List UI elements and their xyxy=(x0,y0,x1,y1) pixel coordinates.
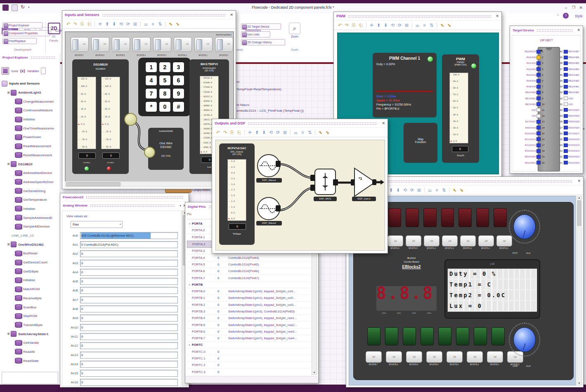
portb-switch-button[interactable]: Off xyxy=(447,351,463,363)
pin-pad-left[interactable] xyxy=(536,73,541,77)
pin-pad-right[interactable] xyxy=(564,149,568,153)
tree-item[interactable]: ⊞ GetDeviceCount xyxy=(2,258,59,267)
close-icon[interactable]: ✕ xyxy=(382,121,385,125)
switch-handle[interactable] xyxy=(73,39,78,50)
tree-item[interactable]: ⊞ AddressNextDevice xyxy=(2,169,59,178)
keypad-key[interactable]: 3 xyxy=(172,62,184,73)
pin-pad-right[interactable] xyxy=(564,161,568,164)
variables-tab-label[interactable]: Variables xyxy=(27,70,39,73)
portb-switch-button[interactable]: Off xyxy=(487,351,503,363)
analog-value-field[interactable]: 0 xyxy=(80,352,178,359)
toolbar-icon[interactable]: ↶ xyxy=(66,21,71,27)
pin-pad-right[interactable] xyxy=(564,114,568,118)
toolbar-icon[interactable]: ≡ xyxy=(150,21,156,27)
pin-pad-left[interactable] xyxy=(536,131,541,135)
analog-value-field[interactable]: 0 xyxy=(80,361,178,368)
toolbar-icon[interactable]: ⬊ xyxy=(459,187,464,193)
tree-item[interactable]: ⊞ ChangeMeasuremen xyxy=(2,97,59,106)
pin-pad-right[interactable] xyxy=(564,79,568,83)
tree-item[interactable]: ⊞ OneTimeMeasureme xyxy=(2,124,59,133)
toolbar-icon[interactable]: ⬉ xyxy=(440,22,445,28)
pwm-titlebar[interactable]: PWM ✕ xyxy=(334,12,501,20)
target-device-titlebar[interactable]: Target Device ✕ xyxy=(510,26,583,34)
tree-item[interactable]: ⊞ ReadState xyxy=(2,356,59,365)
keypad-key[interactable]: 9 xyxy=(172,88,184,99)
toolbar-icon[interactable]: ⟲ xyxy=(268,129,274,135)
toolbar-icon[interactable]: ⎗ xyxy=(87,21,92,27)
digital-pin-row[interactable]: PORTB.3 0 SwitchArraySlider1(pin3), Comb… xyxy=(187,308,311,315)
analog-value-field[interactable]: 0 xyxy=(80,315,178,322)
tree-item[interactable]: ⊞ PowerDown xyxy=(2,133,59,142)
keypad-key[interactable]: * xyxy=(145,101,157,112)
inputs-titlebar[interactable]: Inputs and Sensors ✕ xyxy=(62,11,236,19)
toggle-switch[interactable]: Off xyxy=(91,37,109,52)
toolbar-icon[interactable]: ⊞ xyxy=(132,21,138,27)
tree-item[interactable]: ⊞ ResetMeasurement xyxy=(2,151,59,160)
digital-pin-row[interactable]: PORTC.3 0 xyxy=(187,369,311,374)
close-button[interactable]: ✕ xyxy=(579,5,583,10)
explorer-extra-icon[interactable] xyxy=(41,68,46,74)
digital-pin-row[interactable]: PORTB.7 0 SwitchArraySlider1(pin7), keyp… xyxy=(187,335,311,342)
keypad-key[interactable]: 6 xyxy=(172,75,184,86)
pin-pad-left[interactable] xyxy=(536,96,541,100)
tree-item[interactable]: ⊞ LINK_LINE_13 xyxy=(2,231,59,240)
tree-item[interactable]: ⊞ SwitchArraySlider1 xyxy=(2,329,59,338)
view-mode-select[interactable]: Raw ▾ xyxy=(71,221,123,228)
toolbar-icon[interactable]: ⬉ xyxy=(168,21,173,27)
tree-item[interactable]: ⊞ ScanBus xyxy=(2,303,59,312)
toolbar-icon[interactable]: ⟲ xyxy=(118,21,124,27)
pin-pad-left[interactable] xyxy=(536,126,541,129)
portb-switch-button[interactable]: Off xyxy=(366,351,382,363)
switch-handle[interactable] xyxy=(217,39,223,50)
pot-knob[interactable] xyxy=(509,210,540,244)
gain-label[interactable]: DSP_Gain1 xyxy=(352,197,376,201)
keypad-key[interactable]: 2 xyxy=(159,62,171,73)
toolbar-icon[interactable] xyxy=(424,188,425,193)
pin-pad-right[interactable] xyxy=(564,155,568,159)
toolbar-icon[interactable]: ⟳ xyxy=(409,187,415,193)
toolbar-icon[interactable]: ⬆ xyxy=(376,22,381,28)
toggle-switch[interactable]: Off xyxy=(215,37,233,52)
tree-item[interactable]: ⊞ GetTemperature xyxy=(2,195,59,204)
pin-pad-right[interactable] xyxy=(564,131,568,135)
keypad-key[interactable]: 8 xyxy=(159,88,171,99)
toolbar-icon[interactable]: ✛ xyxy=(97,21,103,27)
quickbar-more-icon[interactable]: ▾ xyxy=(28,6,30,9)
switch-handle[interactable] xyxy=(135,39,140,50)
toggle-switch[interactable]: Off xyxy=(112,37,130,52)
digital-pin-row[interactable]: PORTB.1 0 SwitchArraySlider1(pin1), keyp… xyxy=(187,295,311,301)
toolbar-icon[interactable]: ⇅ xyxy=(441,187,447,193)
toolbar-icon[interactable]: ⟳ xyxy=(275,129,281,135)
analog-value-field[interactable]: 0 xyxy=(80,269,178,276)
icons-tab-icon[interactable] xyxy=(2,67,9,75)
analog-value-field[interactable]: 0 xyxy=(80,305,178,312)
toolbar-icon[interactable]: ↷ xyxy=(344,22,350,28)
onewire-node-1[interactable] xyxy=(124,113,137,126)
toolbar-icon[interactable]: ↶ xyxy=(337,22,343,28)
tree-item[interactable]: ⊞ ReadAll xyxy=(2,347,59,357)
pin-pad-right[interactable] xyxy=(564,96,568,100)
digital-pin-row[interactable]: PORTB.0 0 SwitchArraySlider1(pin0), keyp… xyxy=(187,288,311,295)
keypad-key[interactable]: 5 xyxy=(159,75,171,86)
toolbar-icon[interactable]: ⚌ xyxy=(415,22,420,28)
digital-pin-row[interactable]: PORTB.6 0 SwitchArraySlider1(pin6), keyp… xyxy=(187,329,311,335)
tree-item[interactable]: ⊞ AmbientLight1 xyxy=(2,88,59,97)
tree-item[interactable]: ⊞ DS18B20 xyxy=(2,160,59,169)
porta-switch-button[interactable]: Off xyxy=(388,235,403,246)
mix-label[interactable]: DSP_MIX1 xyxy=(314,197,337,201)
zoom-icon[interactable]: ⌕ xyxy=(289,23,300,34)
variables-icon[interactable]: {x} xyxy=(20,69,25,73)
portb-switch-button[interactable]: Off xyxy=(467,351,483,363)
toolbar-icon[interactable]: ⎗ xyxy=(236,129,242,135)
outputs-panel-surface[interactable]: MCP47x6 DAC DAC_Output1 (I2C CH1) 5.04.5… xyxy=(215,140,385,251)
toolbar-icon[interactable]: ⎘ xyxy=(351,22,357,28)
toggle-switch[interactable]: Off xyxy=(194,37,213,52)
toggle-icon-lists[interactable]: Icon Lists xyxy=(241,31,270,38)
digital-pin-row[interactable]: PORTB.2 0 SwitchArraySlider1(pin2), keyp… xyxy=(187,302,311,308)
digital-pin-row[interactable]: PORTC.0 0 xyxy=(187,349,311,355)
group-expand-icon[interactable] xyxy=(187,343,192,346)
tree-expand-icon[interactable]: ⊞ xyxy=(7,162,11,166)
toolbar-icon[interactable] xyxy=(244,130,245,135)
ribbon-collapse-icon[interactable]: ^ xyxy=(557,14,559,18)
digital-pin-row[interactable]: PORTA.4 0 ComboBL0114(PinA4) xyxy=(187,254,311,261)
